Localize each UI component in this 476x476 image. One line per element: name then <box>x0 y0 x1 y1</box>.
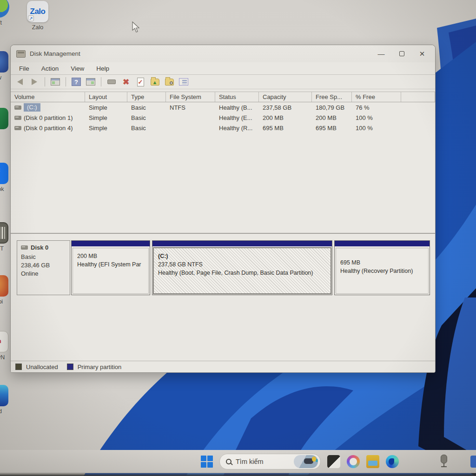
partition-efi[interactable]: 200 MB Healthy (EFI System Par <box>71 240 150 295</box>
help-button[interactable]: ? <box>71 77 82 87</box>
microphone-app-button[interactable] <box>439 455 449 469</box>
properties-button[interactable] <box>178 77 189 87</box>
search-highlight-image[interactable] <box>294 455 318 468</box>
close-button[interactable]: ✕ <box>412 47 432 61</box>
powerpoint-icon <box>0 275 8 297</box>
disk-status: Online <box>21 270 66 277</box>
cell-free: 200 MB <box>312 114 352 121</box>
volume-row-partition1[interactable]: (Disk 0 partition 1) Simple Basic Health… <box>11 112 435 123</box>
toolbar: ? ✖ ✓ ▲ <box>11 75 435 89</box>
back-button[interactable] <box>14 77 26 87</box>
menu-help[interactable]: Help <box>96 65 109 72</box>
window-titlebar[interactable]: Disk Management — ✕ <box>11 45 435 62</box>
column-file-system[interactable]: File System <box>166 92 215 102</box>
taskbar: Tìm kiếm <box>0 450 476 473</box>
desktop-icon-label: oft <box>0 20 16 26</box>
search-placeholder: Tìm kiếm <box>236 458 290 465</box>
column-status[interactable]: Status <box>215 92 259 102</box>
explore-button[interactable] <box>164 77 175 87</box>
column-stub <box>401 92 435 102</box>
toolbar-separator <box>101 77 101 86</box>
menu-file[interactable]: File <box>19 65 29 72</box>
column-type[interactable]: Type <box>127 92 166 102</box>
open-button[interactable]: ▲ <box>149 77 160 87</box>
gadget-icon <box>107 79 116 84</box>
disk-icon <box>21 245 28 250</box>
volume-row-partition4[interactable]: (Disk 0 partition 4) Simple Basic Health… <box>11 123 435 133</box>
cell-capacity: 237,58 GB <box>259 104 312 111</box>
cell-pct: 100 % <box>352 125 401 132</box>
column-pct-free[interactable]: % Free <box>352 92 401 102</box>
excel-icon <box>0 108 8 129</box>
file-explorer-button[interactable] <box>366 455 379 468</box>
edge-button[interactable] <box>386 455 399 468</box>
delete-volume-button[interactable]: ✖ <box>120 77 132 87</box>
console-tree-button[interactable] <box>50 77 61 87</box>
cell-fs: NTFS <box>166 104 215 111</box>
mouse-cursor <box>131 21 141 33</box>
disk-management-app-icon <box>16 50 26 58</box>
menu-view[interactable]: View <box>71 65 84 72</box>
column-volume[interactable]: Volume <box>11 92 85 102</box>
desktop-icon-cut-top[interactable]: oft <box>0 0 16 26</box>
action-pane-icon <box>86 78 95 86</box>
partition-size: 695 MB <box>340 258 424 267</box>
cell-layout: Simple <box>85 125 127 132</box>
cell-type: Basic <box>127 104 166 111</box>
volume-list-header: Volume Layout Type File System Status Ca… <box>11 92 435 102</box>
maximize-button[interactable] <box>391 47 412 61</box>
partition-name: (C:) <box>158 252 326 260</box>
forward-arrow-icon <box>32 79 37 85</box>
keycaps-icon <box>0 331 8 352</box>
disk0-info-box[interactable]: Disk 0 Basic 238,46 GB Online <box>17 240 70 295</box>
partition-c-selected[interactable]: (C:) 237,58 GB NTFS Healthy (Boot, Page … <box>152 240 332 295</box>
column-free-space[interactable]: Free Sp... <box>312 92 352 102</box>
partition-recovery[interactable]: 695 MB Healthy (Recovery Partition) <box>334 240 430 295</box>
taskbar-search[interactable]: Tìm kiếm <box>219 454 321 469</box>
maximize-icon <box>399 51 404 56</box>
partition-area: 200 MB Healthy (EFI System Par (C:) 237,… <box>71 240 430 295</box>
check-document-icon: ✓ <box>137 78 144 86</box>
menu-action[interactable]: Action <box>41 65 59 72</box>
action-pane-button[interactable] <box>85 77 96 87</box>
volume-name-selected: (C:) <box>24 103 40 112</box>
disk-name: Disk 0 <box>31 244 48 251</box>
column-capacity[interactable]: Capacity <box>259 92 312 102</box>
microphone-icon <box>441 455 447 463</box>
zalo-icon: Zalo ↗ <box>27 1 48 22</box>
cell-type: Basic <box>127 114 166 121</box>
volume-list-pane: Volume Layout Type File System Status Ca… <box>11 92 435 234</box>
column-layout[interactable]: Layout <box>85 92 127 102</box>
graphical-view-pane: Disk 0 Basic 238,46 GB Online 200 MB Hea… <box>11 234 435 361</box>
taskbar-app-cut[interactable] <box>470 456 476 468</box>
task-view-button[interactable] <box>327 455 340 468</box>
volume-icon <box>14 106 21 110</box>
partition-size: 237,58 GB NTFS <box>158 260 326 269</box>
cell-capacity: 695 MB <box>259 125 312 132</box>
app-icon <box>0 0 9 18</box>
screen-bottom-edge <box>0 472 476 476</box>
volume-row-c[interactable]: (C:) Simple Basic NTFS Healthy (B... 237… <box>11 102 435 112</box>
start-button[interactable] <box>201 456 213 468</box>
desktop-icon-label: ord <box>0 408 15 415</box>
help-icon: ? <box>72 78 81 86</box>
facebook-icon: f <box>0 163 8 184</box>
minimize-button[interactable]: — <box>371 47 391 61</box>
cell-type: Basic <box>127 125 166 132</box>
toolbar-separator <box>66 77 66 86</box>
desktop-icon-word-cut[interactable]: ord <box>0 385 15 415</box>
desktop-icon-zalo[interactable]: Zalo ↗ Zalo <box>20 1 55 31</box>
app-icon <box>0 51 8 73</box>
mark-active-button[interactable]: ✓ <box>135 77 146 87</box>
volume-icon <box>14 116 21 120</box>
folder-explore-icon <box>165 79 174 86</box>
forward-button[interactable] <box>29 77 40 87</box>
cell-status: Healthy (E... <box>215 114 259 121</box>
primary-partition-swatch <box>67 364 73 370</box>
disk-management-window: Disk Management — ✕ File Action View Hel… <box>10 45 436 373</box>
partition-status: Healthy (Recovery Partition) <box>340 267 424 275</box>
attach-vhd-button[interactable] <box>106 77 117 87</box>
copilot-button[interactable] <box>347 455 360 468</box>
disk-type: Basic <box>21 253 66 260</box>
cell-pct: 76 % <box>352 104 401 111</box>
